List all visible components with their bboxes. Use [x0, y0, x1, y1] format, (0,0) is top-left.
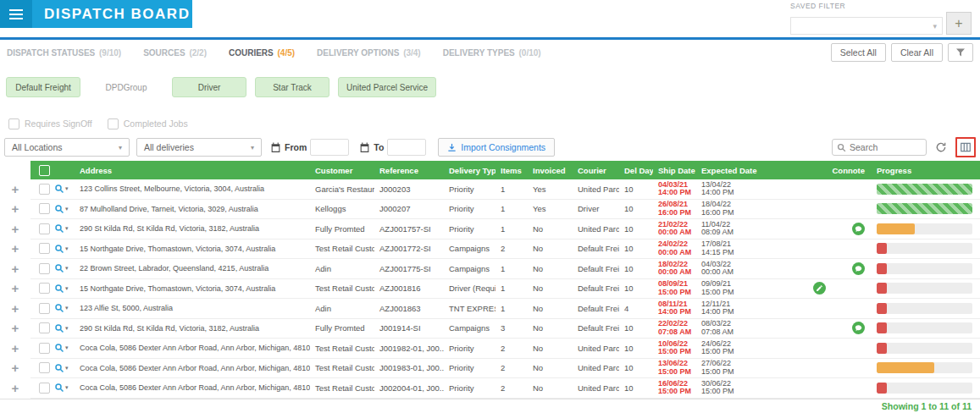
column-header-courier[interactable]: Courier: [573, 161, 619, 179]
table-row[interactable]: + ▾ 290 St Kilda Rd, St Kilda Rd, Victor…: [0, 219, 980, 240]
table-row[interactable]: + ▾ Coca Cola, 5086 Dexter Ann Arbor Roa…: [0, 359, 980, 379]
row-checkbox[interactable]: [39, 243, 50, 254]
menu-button[interactable]: [0, 0, 32, 28]
customer-cell: Test Retail Custo...: [310, 339, 374, 359]
column-header-del-days[interactable]: Del Days: [619, 161, 653, 179]
table-row[interactable]: + ▾ 87 Mulholland Drive, Tarneit, Victor…: [0, 200, 980, 220]
preview-icon[interactable]: ▾: [54, 323, 69, 333]
delivery-type-cell: Priority: [444, 219, 496, 240]
tab-delivery-types[interactable]: DELIVERY TYPES (0/10): [443, 48, 541, 58]
preview-icon[interactable]: ▾: [54, 244, 69, 254]
row-checkbox[interactable]: [39, 263, 50, 274]
row-checkbox[interactable]: [39, 303, 50, 314]
table-row[interactable]: + ▾ Coca Cola, 5086 Dexter Ann Arbor Roa…: [0, 339, 980, 359]
expand-row-icon[interactable]: +: [12, 282, 19, 295]
table-row[interactable]: + ▾ 123 Collins Street, Melbourne, Victo…: [0, 179, 980, 200]
deliveries-select[interactable]: All deliveries ▾: [136, 138, 262, 157]
column-header-progress[interactable]: Progress: [872, 161, 980, 179]
row-checkbox[interactable]: [39, 343, 50, 354]
refresh-button[interactable]: [932, 138, 950, 157]
preview-icon[interactable]: ▾: [54, 204, 69, 214]
row-checkbox[interactable]: [39, 362, 50, 373]
column-header-expected-date[interactable]: Expected Date: [696, 161, 759, 179]
row-checkbox[interactable]: [39, 322, 50, 333]
expand-row-icon[interactable]: +: [12, 202, 19, 215]
preview-icon[interactable]: ▾: [54, 223, 69, 234]
tab-couriers[interactable]: COURIERS (4/5): [229, 48, 295, 58]
select-all-button[interactable]: Select All: [831, 43, 886, 62]
column-header-connote[interactable]: Connote: [759, 161, 872, 179]
expand-row-icon[interactable]: +: [12, 302, 19, 315]
preview-icon[interactable]: ▾: [54, 303, 69, 313]
toolbar: All Locations ▾ All deliveries ▾ From To…: [0, 138, 980, 157]
to-label: To: [374, 142, 384, 152]
row-checkbox[interactable]: [39, 283, 50, 294]
filter-button[interactable]: [948, 43, 973, 62]
table-row[interactable]: + ▾ Coca Cola, 5086 Dexter Ann Arbor Roa…: [0, 378, 980, 399]
preview-icon[interactable]: ▾: [54, 343, 69, 353]
add-saved-filter-button[interactable]: +: [946, 12, 972, 35]
to-date-input[interactable]: [387, 139, 426, 156]
columns-button[interactable]: [955, 137, 976, 157]
table-row[interactable]: + ▾ 15 Northgate Drive, Thomastown, Vict…: [0, 240, 980, 260]
column-header-ship-date[interactable]: Ship Date: [653, 161, 696, 179]
connote-chat-icon[interactable]: [852, 262, 865, 275]
delivery-type-cell: Priority: [444, 359, 496, 379]
checkbox-icon: [108, 118, 119, 129]
row-checkbox[interactable]: [39, 223, 50, 234]
select-all-rows-checkbox[interactable]: [39, 165, 50, 176]
row-checkbox[interactable]: [39, 184, 50, 195]
preview-icon[interactable]: ▾: [54, 363, 69, 373]
courier-chip-default-freight[interactable]: Default Freight: [6, 77, 80, 97]
row-checkbox[interactable]: [39, 383, 50, 394]
table-columns-icon: [960, 141, 972, 153]
column-header-reference[interactable]: Reference: [374, 161, 444, 179]
search-box[interactable]: [832, 139, 927, 156]
customer-cell: Test Retail Custo...: [310, 378, 374, 399]
column-header-invoiced[interactable]: Invoiced: [528, 161, 573, 179]
column-header-items[interactable]: Items: [496, 161, 528, 179]
preview-icon[interactable]: ▾: [54, 284, 69, 294]
table-row[interactable]: + ▾ 15 Northgate Drive, Thomastown, Vict…: [0, 279, 980, 300]
column-header-delivery-type[interactable]: Delivery Type: [444, 161, 496, 179]
table-row[interactable]: + ▾ 123 Alfie St, 5000, Australia Adin A…: [0, 299, 980, 319]
connote-edit-icon[interactable]: [813, 282, 826, 295]
customer-cell: Garcia's Restaurant: [310, 179, 374, 200]
expand-row-icon[interactable]: +: [12, 361, 19, 374]
connote-chat-icon[interactable]: [852, 223, 865, 235]
connote-chat-icon[interactable]: [852, 322, 865, 334]
expand-row-icon[interactable]: +: [12, 223, 19, 235]
clear-all-button[interactable]: Clear All: [891, 43, 943, 62]
expand-row-icon[interactable]: +: [12, 382, 19, 394]
courier-chip-united-parcel-service[interactable]: United Parcel Service: [338, 77, 436, 97]
ship-date-cell: 08/11/2114:00 PM: [653, 299, 696, 319]
column-header-customer[interactable]: Customer: [310, 161, 374, 179]
invoiced-cell: No: [528, 219, 573, 240]
expand-row-icon[interactable]: +: [12, 322, 19, 334]
table-row[interactable]: + ▾ 290 St Kilda Rd, St Kilda Rd, Victor…: [0, 319, 980, 339]
column-header-address[interactable]: Address: [75, 161, 310, 179]
courier-chip-dpdgroup[interactable]: DPDGroup: [89, 77, 163, 97]
tab-sources[interactable]: SOURCES (2/2): [143, 48, 207, 58]
preview-icon[interactable]: ▾: [54, 383, 69, 393]
tab-dispatch-statuses[interactable]: DISPATCH STATUSES (9/10): [7, 48, 121, 58]
from-date-input[interactable]: [310, 139, 349, 156]
invoiced-cell: Yes: [528, 179, 573, 200]
completed-jobs-checkbox[interactable]: Completed Jobs: [108, 118, 188, 129]
expand-row-icon[interactable]: +: [12, 342, 19, 355]
tab-delivery-options[interactable]: DELIVERY OPTIONS (3/4): [317, 48, 421, 58]
courier-chip-star-track[interactable]: Star Track: [255, 77, 329, 97]
saved-filter-select[interactable]: ▾: [790, 17, 943, 35]
locations-select[interactable]: All Locations ▾: [4, 138, 130, 157]
expand-row-icon[interactable]: +: [12, 242, 19, 255]
requires-signoff-checkbox[interactable]: Requires SignOff: [8, 118, 92, 129]
row-checkbox[interactable]: [39, 203, 50, 214]
expand-row-icon[interactable]: +: [12, 183, 19, 195]
preview-icon[interactable]: ▾: [54, 263, 69, 273]
courier-chip-driver[interactable]: Driver: [172, 77, 246, 97]
import-consignments-button[interactable]: Import Consignments: [438, 138, 555, 157]
preview-icon[interactable]: ▾: [54, 184, 69, 194]
expand-row-icon[interactable]: +: [12, 262, 19, 275]
search-input[interactable]: [850, 142, 919, 152]
table-row[interactable]: + ▾ 22 Brown Street, Labrador, Queenslan…: [0, 259, 980, 279]
